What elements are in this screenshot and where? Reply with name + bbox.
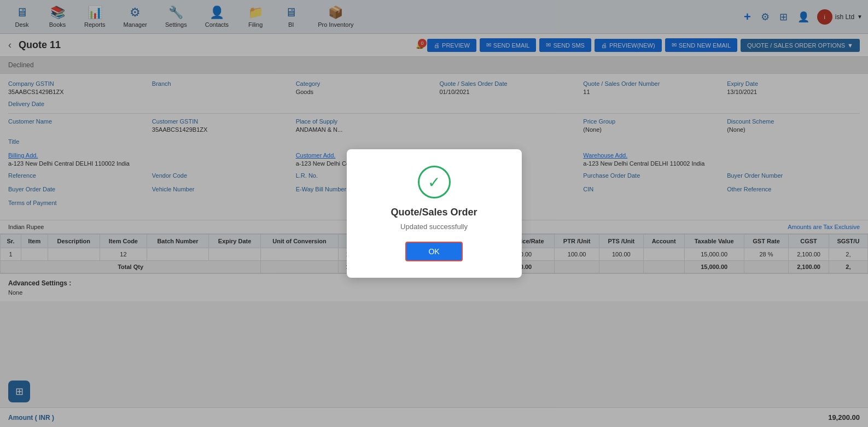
modal-title: Quote/Sales Order <box>369 207 500 218</box>
ok-button[interactable]: OK <box>405 242 462 261</box>
success-modal: ✓ Quote/Sales Order Updated successfully… <box>347 149 522 278</box>
modal-subtitle: Updated successfully <box>369 223 500 231</box>
modal-overlay: ✓ Quote/Sales Order Updated successfully… <box>0 0 868 420</box>
success-icon: ✓ <box>418 166 451 198</box>
